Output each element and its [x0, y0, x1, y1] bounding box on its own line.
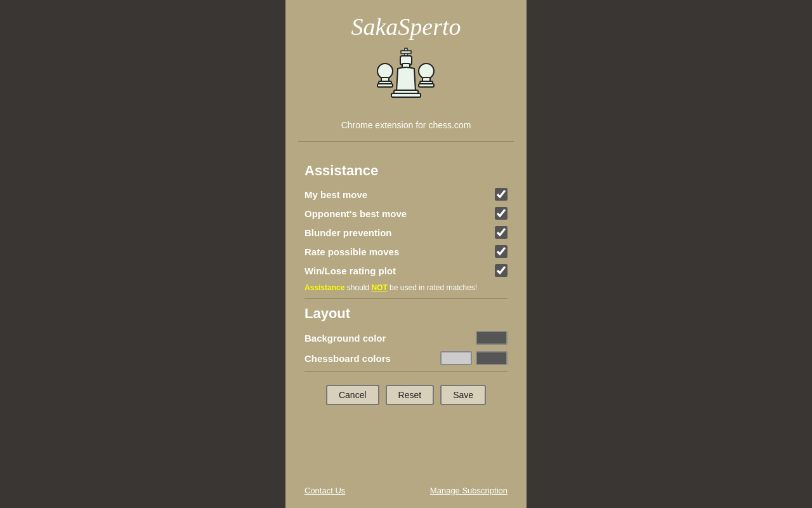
svg-point-4	[419, 64, 434, 79]
chessboard-colors-label: Chessboard colors	[304, 353, 391, 364]
svg-rect-3	[377, 84, 393, 87]
chess-logo	[365, 47, 447, 120]
chessboard-swatches	[440, 351, 508, 365]
option-row-win-lose-rating-plot: Win/Lose rating plot	[304, 264, 508, 277]
chessboard-light-swatch[interactable]	[440, 351, 472, 365]
warning-end-text: be used in rated matches!	[390, 283, 477, 292]
option-row-rate-possible-moves: Rate possible moves	[304, 245, 508, 258]
my-best-move-checkbox[interactable]	[495, 188, 508, 201]
assistance-title: Assistance	[304, 163, 508, 179]
opponents-best-move-checkbox[interactable]	[495, 207, 508, 220]
warning-middle-text: should	[347, 283, 372, 292]
save-button[interactable]: Save	[440, 385, 486, 405]
my-best-move-label: My best move	[304, 189, 367, 200]
contact-us-link[interactable]: Contact Us	[304, 486, 345, 495]
chessboard-dark-swatch[interactable]	[476, 351, 508, 365]
chessboard-colors-row: Chessboard colors	[304, 351, 508, 365]
footer: Contact Us Manage Subscription	[285, 479, 527, 502]
manage-subscription-link[interactable]: Manage Subscription	[430, 486, 508, 495]
blunder-prevention-label: Blunder prevention	[304, 227, 392, 238]
rate-possible-moves-label: Rate possible moves	[304, 246, 399, 257]
win-lose-rating-plot-checkbox[interactable]	[495, 264, 508, 277]
layout-title: Layout	[304, 305, 508, 322]
layout-divider	[304, 371, 508, 372]
background-color-swatch[interactable]	[476, 331, 508, 345]
app-subtitle: Chrome extension for chess.com	[341, 120, 471, 130]
svg-point-0	[377, 64, 393, 79]
warning-not-word: NOT	[371, 283, 387, 292]
assistance-divider	[304, 298, 508, 299]
cancel-button[interactable]: Cancel	[326, 385, 379, 405]
option-row-opponents-best-move: Opponent's best move	[304, 207, 508, 220]
background-color-row: Background color	[304, 331, 508, 345]
win-lose-rating-plot-label: Win/Lose rating plot	[304, 265, 396, 276]
app-title: SakaSperto	[351, 13, 461, 41]
option-row-my-best-move: My best move	[304, 188, 508, 201]
blunder-prevention-checkbox[interactable]	[495, 226, 508, 239]
warning-assistance-word: Assistance	[304, 283, 344, 292]
rate-possible-moves-checkbox[interactable]	[495, 245, 508, 258]
buttons-row: Cancel Reset Save	[304, 385, 508, 405]
header: SakaSperto	[285, 0, 527, 151]
option-row-blunder-prevention: Blunder prevention	[304, 226, 508, 239]
svg-rect-9	[401, 51, 411, 53]
svg-rect-7	[419, 84, 434, 87]
background-color-label: Background color	[304, 333, 386, 344]
main-panel: SakaSperto	[285, 0, 527, 508]
opponents-best-move-label: Opponent's best move	[304, 208, 407, 219]
assistance-section: Assistance My best move Opponent's best …	[285, 151, 527, 418]
reset-button[interactable]: Reset	[386, 385, 435, 405]
svg-rect-13	[391, 93, 421, 97]
header-divider	[298, 141, 514, 142]
assistance-warning: Assistance should NOT be used in rated m…	[304, 283, 508, 292]
